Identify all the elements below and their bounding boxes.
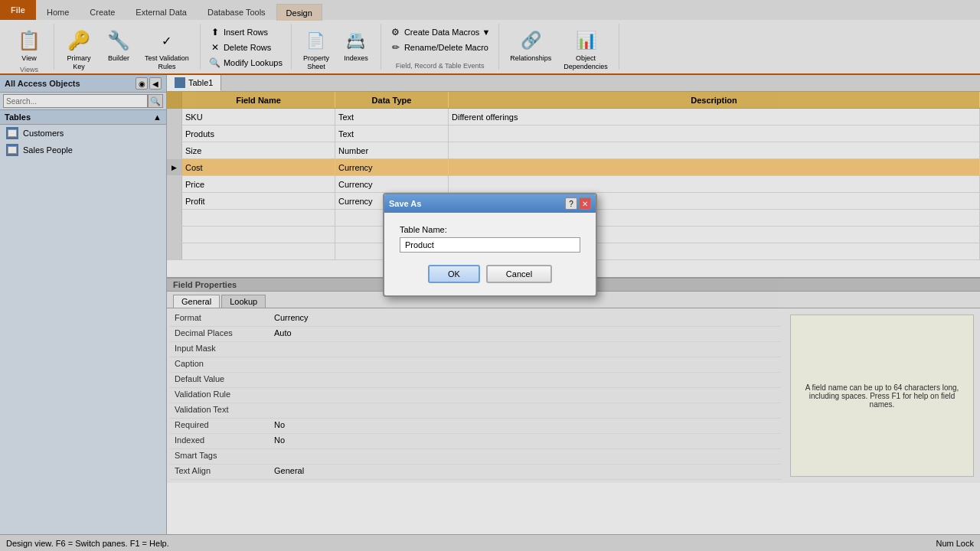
save-as-dialog: Save As ? ✕ Table Name: OK Cancel <box>383 193 597 297</box>
modal-buttons: OK Cancel <box>400 265 580 283</box>
modal-close-button[interactable]: ✕ <box>579 197 591 210</box>
modal-help-button[interactable]: ? <box>565 197 577 210</box>
modal-controls: ? ✕ <box>565 197 591 210</box>
modal-titlebar: Save As ? ✕ <box>384 194 596 213</box>
save-as-table-name-label: Table Name: <box>400 225 580 234</box>
modal-overlay: Save As ? ✕ Table Name: OK Cancel <box>0 0 980 551</box>
save-as-cancel-button[interactable]: Cancel <box>486 265 552 283</box>
save-as-table-name-input[interactable] <box>400 237 580 253</box>
modal-body: Table Name: OK Cancel <box>384 213 596 295</box>
save-as-ok-button[interactable]: OK <box>428 265 480 283</box>
modal-title: Save As <box>389 199 421 208</box>
